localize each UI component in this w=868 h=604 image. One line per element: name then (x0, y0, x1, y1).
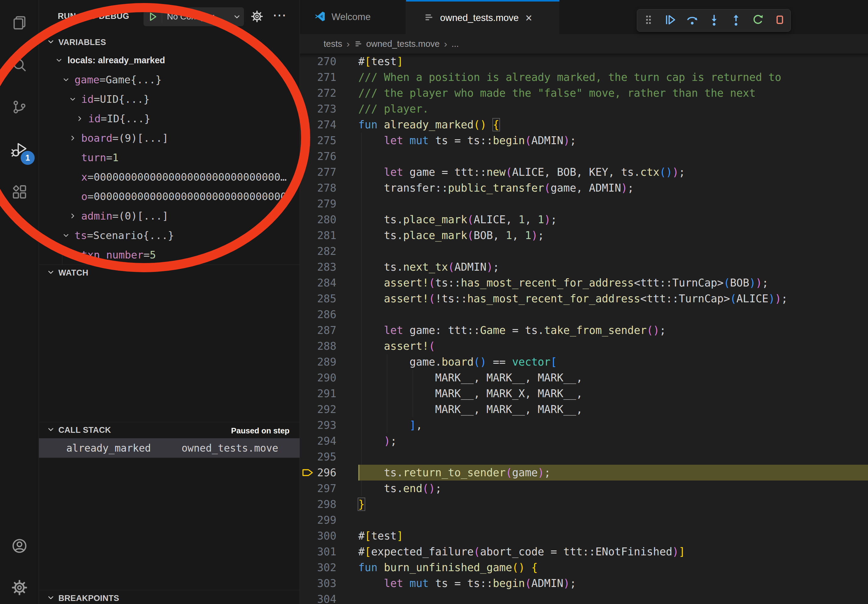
code-line-297[interactable]: 297 ts.end(); (300, 480, 868, 496)
code-line-277[interactable]: 277 let game = ttt::new(ALICE, BOB, KEY,… (300, 164, 868, 180)
code-line-296[interactable]: 296 ts.return_to_sender(game); (300, 465, 868, 480)
code-line-281[interactable]: 281 ts.place_mark(BOB, 1, 1); (300, 228, 868, 243)
variable-row-board[interactable]: board = (9)[...] (39, 129, 299, 148)
chevron-right-icon[interactable] (76, 115, 88, 123)
code-text[interactable] (358, 512, 868, 528)
breakpoint-gutter[interactable] (300, 307, 316, 322)
code-text[interactable]: MARK__, MARK_X, MARK__, (358, 386, 868, 401)
breakpoint-gutter[interactable] (300, 117, 316, 133)
variable-row-o[interactable]: o = 0000000000000000000000000000000. (39, 187, 299, 206)
code-line-284[interactable]: 284 assert!(ts::has_most_recent_for_addr… (300, 275, 868, 291)
code-line-301[interactable]: 301#[expected_failure(abort_code = ttt::… (300, 544, 868, 560)
code-line-300[interactable]: 300#[test] (300, 528, 868, 544)
code-line-293[interactable]: 293 ], (300, 417, 868, 433)
code-text[interactable]: #[expected_failure(abort_code = ttt::ENo… (358, 544, 868, 560)
breakpoint-gutter[interactable] (300, 149, 316, 164)
code-text[interactable]: let game = ttt::new(ALICE, BOB, KEY, ts.… (358, 164, 868, 180)
run-configuration-select[interactable]: No Configur: (144, 7, 244, 26)
breakpoint-gutter[interactable] (300, 133, 316, 149)
code-area[interactable]: 270#[test]271/// When a position is alre… (300, 54, 868, 604)
code-line-280[interactable]: 280 ts.place_mark(ALICE, 1, 1); (300, 212, 868, 228)
breakpoint-gutter[interactable] (300, 243, 316, 259)
code-text[interactable]: assert!(ts::has_most_recent_for_address<… (358, 275, 868, 291)
variable-row-turn[interactable]: turn = 1 (39, 148, 299, 167)
breakpoint-gutter[interactable] (300, 480, 316, 496)
breakpoint-gutter[interactable] (300, 560, 316, 575)
variables-scope-row[interactable]: locals: already_marked (39, 51, 299, 70)
code-text[interactable]: ); (358, 433, 868, 449)
stop-button[interactable] (773, 13, 787, 27)
code-text[interactable]: let mut ts = ts::begin(ADMIN); (358, 575, 868, 591)
code-line-292[interactable]: 292 MARK__, MARK__, MARK__, (300, 401, 868, 417)
activity-bar-item-run-and-debug[interactable]: 1 (0, 139, 39, 161)
breakpoint-gutter[interactable] (300, 259, 316, 275)
variable-row-id[interactable]: id = UID{...} (39, 90, 299, 109)
activity-bar-item-extensions[interactable] (0, 182, 39, 204)
breakpoint-gutter[interactable] (300, 228, 316, 243)
breakpoint-gutter[interactable] (300, 591, 316, 604)
breakpoint-gutter[interactable] (300, 575, 316, 591)
code-line-276[interactable]: 276 (300, 149, 868, 164)
activity-bar-item-explorer[interactable] (0, 12, 39, 34)
code-text[interactable]: #[test] (358, 54, 868, 69)
more-actions-icon[interactable]: ⋯ (273, 7, 287, 23)
step-over-button[interactable] (685, 13, 699, 27)
activity-bar-item-source-control[interactable] (0, 97, 39, 119)
breakpoints-section-header[interactable]: BREAKPOINTS (39, 590, 299, 604)
step-out-button[interactable] (729, 13, 743, 27)
code-text[interactable]: MARK__, MARK__, MARK__, (358, 401, 868, 417)
call-stack-section-header[interactable]: CALL STACK Paused on step (39, 422, 299, 438)
call-stack-frame-row[interactable]: already_marked owned_tests.move (39, 438, 299, 458)
code-text[interactable] (358, 149, 868, 164)
chevron-down-icon[interactable] (55, 56, 68, 65)
breakpoint-gutter[interactable] (300, 417, 316, 433)
code-text[interactable]: /// the player who made the "false" move… (358, 85, 868, 101)
chevron-down-icon[interactable] (62, 231, 74, 240)
variable-row-game[interactable]: game = Game{...} (39, 70, 299, 90)
breakpoint-gutter[interactable] (300, 196, 316, 212)
breakpoint-gutter[interactable] (300, 512, 316, 528)
breakpoint-gutter[interactable] (300, 401, 316, 417)
code-text[interactable] (358, 591, 868, 604)
continue-button[interactable] (663, 13, 677, 27)
variable-row-x[interactable]: x = 000000000000000000000000000000… (39, 167, 299, 187)
breakpoint-gutter[interactable] (300, 449, 316, 465)
code-line-298[interactable]: 298} (300, 496, 868, 512)
code-line-274[interactable]: 274fun already_marked() { (300, 117, 868, 133)
code-line-273[interactable]: 273/// player. (300, 101, 868, 117)
drag-handle[interactable] (642, 13, 656, 27)
chevron-right-icon[interactable] (68, 134, 81, 142)
variable-row-ts[interactable]: ts = Scenario{...} (39, 226, 299, 245)
variables-section-header[interactable]: VARIABLES (39, 34, 299, 51)
start-debugging-icon[interactable] (144, 11, 162, 23)
activity-bar-item-account[interactable] (0, 536, 39, 558)
breadcrumb-item-symbol[interactable]: ... (451, 39, 459, 49)
breakpoint-gutter[interactable] (300, 433, 316, 449)
restart-button[interactable] (751, 13, 765, 27)
breakpoint-gutter[interactable] (300, 85, 316, 101)
code-text[interactable]: ts.place_mark(BOB, 1, 1); (358, 228, 868, 243)
code-text[interactable]: ts.return_to_sender(game); (358, 465, 868, 480)
breakpoint-gutter[interactable] (300, 528, 316, 544)
code-text[interactable]: assert!(!ts::has_most_recent_for_address… (358, 291, 868, 307)
breakpoint-gutter[interactable] (300, 322, 316, 338)
breakpoint-gutter[interactable] (300, 180, 316, 196)
code-text[interactable]: ts.next_tx(ADMIN); (358, 259, 868, 275)
code-line-285[interactable]: 285 assert!(!ts::has_most_recent_for_add… (300, 291, 868, 307)
code-text[interactable] (358, 196, 868, 212)
code-text[interactable]: fun burn_unfinished_game() { (358, 560, 868, 575)
code-line-288[interactable]: 288 assert!( (300, 338, 868, 354)
code-text[interactable]: game.board() == vector[ (358, 354, 868, 370)
code-line-272[interactable]: 272/// the player who made the "false" m… (300, 85, 868, 101)
breadcrumb-item-file[interactable]: owned_tests.move (366, 39, 440, 49)
tab-owned-tests-move[interactable]: owned_tests.move × (406, 0, 559, 34)
code-line-282[interactable]: 282 (300, 243, 868, 259)
variable-row-id[interactable]: id = ID{...} (39, 109, 299, 129)
code-line-270[interactable]: 270#[test] (300, 54, 868, 69)
code-text[interactable]: fun already_marked() { (358, 117, 868, 133)
breakpoint-gutter[interactable] (300, 354, 316, 370)
code-text[interactable]: assert!( (358, 338, 868, 354)
debug-settings-gear-icon[interactable] (250, 10, 264, 24)
breakpoint-gutter[interactable] (300, 275, 316, 291)
breakpoint-gutter[interactable] (300, 212, 316, 228)
